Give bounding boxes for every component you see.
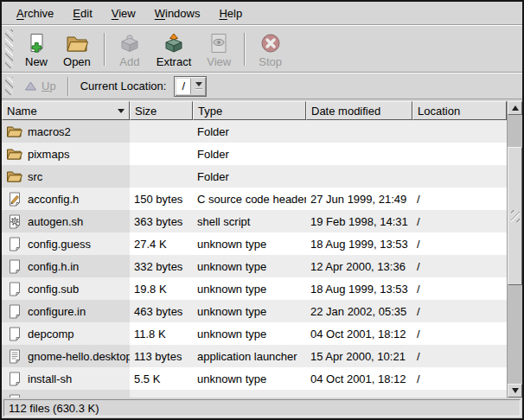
- toolbar-button-label: Stop: [259, 55, 282, 68]
- toolbar-button-label: Extract: [157, 55, 191, 68]
- column-header-label: Name: [7, 105, 37, 118]
- file-row-acconfig.h[interactable]: acconfig.h150 bytesC source code header2…: [2, 188, 507, 210]
- file-row-config.guess[interactable]: config.guess27.4 Kunknown type18 Aug 199…: [2, 232, 507, 255]
- column-header-label: Date modified: [311, 105, 380, 118]
- triangle-up-icon: [512, 105, 519, 111]
- file-name-label: macros2: [28, 125, 71, 138]
- file-location-cell: /: [412, 322, 507, 345]
- scroll-up-button[interactable]: [508, 101, 522, 115]
- folder-icon: [6, 169, 22, 184]
- file-type-cell: C source code header: [193, 188, 306, 210]
- menu-view[interactable]: View: [102, 3, 145, 24]
- file-type-cell: unknown type: [193, 232, 306, 255]
- view-button[interactable]: View: [199, 27, 239, 71]
- document-icon: [6, 326, 22, 341]
- file-row-partial[interactable]: [2, 390, 507, 398]
- location-bar-separator: [67, 77, 69, 96]
- file-row-macros2[interactable]: macros2Folder: [2, 120, 507, 143]
- menu-windows[interactable]: Windows: [145, 3, 210, 24]
- file-date-cell: 27 Jun 1999, 21:49: [306, 188, 412, 210]
- file-row-autogen.sh[interactable]: autogen.sh363 bytesshell script19 Feb 19…: [2, 210, 507, 232]
- file-name-cell: src: [2, 165, 130, 188]
- menu-edit[interactable]: Edit: [63, 3, 101, 24]
- open-archive-icon: [66, 32, 88, 54]
- file-size-cell: 19.8 K: [130, 277, 193, 300]
- menu-bar: ArchiveEditViewWindowsHelp: [2, 2, 522, 25]
- file-type-cell: Folder: [193, 165, 306, 188]
- file-row-src[interactable]: srcFolder: [2, 165, 507, 188]
- file-row-depcomp[interactable]: depcomp11.8 Kunknown type04 Oct 2001, 18…: [2, 322, 507, 345]
- file-name-label: acconfig.h: [28, 193, 79, 206]
- chevron-down-icon: [195, 82, 202, 86]
- file-row-config.h.in[interactable]: config.h.in332 bytesunknown type12 Apr 2…: [2, 255, 507, 277]
- file-name-cell: macros2: [2, 120, 130, 143]
- location-bar-drag-handle[interactable]: [5, 77, 13, 95]
- column-header-type[interactable]: Type: [193, 101, 306, 120]
- file-size-cell: 150 bytes: [130, 188, 193, 210]
- file-size-cell: 113 bytes: [130, 345, 193, 367]
- file-date-cell: [306, 120, 412, 143]
- file-list-area: NameSizeTypeDate modifiedLocation macros…: [2, 101, 522, 398]
- file-size-cell: 27.4 K: [130, 232, 193, 255]
- file-size-cell: 11.8 K: [130, 322, 193, 345]
- status-bar: 112 files (630.3 K): [3, 399, 521, 417]
- menu-help[interactable]: Help: [209, 3, 252, 24]
- file-name-cell: install-sh: [2, 367, 130, 390]
- new-button[interactable]: New: [17, 27, 55, 71]
- file-name-cell: acconfig.h: [2, 188, 130, 210]
- file-row-config.sub[interactable]: config.sub19.8 Kunknown type18 Aug 1999,…: [2, 277, 507, 300]
- open-button[interactable]: Open: [55, 27, 99, 71]
- file-size-cell: [130, 120, 193, 143]
- add-button[interactable]: Add: [111, 27, 149, 71]
- file-date-cell: 22 Jan 2002, 05:35: [306, 300, 412, 322]
- file-type-cell: unknown type: [193, 367, 306, 390]
- file-row-configure.in[interactable]: configure.in463 bytesunknown type22 Jan …: [2, 300, 507, 322]
- file-location-cell: /: [412, 210, 507, 232]
- menu-archive[interactable]: Archive: [7, 3, 63, 24]
- file-name-cell: autogen.sh: [2, 210, 130, 232]
- document-icon: [6, 393, 22, 398]
- file-location-cell: [412, 120, 507, 143]
- file-name-label: depcomp: [28, 328, 73, 340]
- column-header-size[interactable]: Size: [130, 101, 193, 120]
- document-icon: [6, 258, 22, 274]
- stop-button[interactable]: Stop: [251, 27, 290, 71]
- file-row-pixmaps[interactable]: pixmapsFolder: [2, 143, 507, 165]
- extract-button[interactable]: Extract: [149, 27, 199, 71]
- file-row-install-sh[interactable]: install-sh5.5 Kunknown type04 Oct 2001, …: [2, 367, 507, 390]
- file-row-gnome-hello.desktop[interactable]: gnome-hello.desktop113 bytesapplication …: [2, 345, 507, 367]
- scrollbar-thumb[interactable]: [508, 147, 522, 285]
- file-name-cell: configure.in: [2, 300, 130, 322]
- column-header-label: Type: [198, 105, 222, 118]
- file-name-label: configure.in: [28, 305, 86, 318]
- location-combo[interactable]: /: [174, 76, 207, 97]
- file-name-cell: config.h.in: [2, 255, 130, 277]
- toolbar-drag-handle[interactable]: [5, 29, 13, 68]
- scroll-down-button[interactable]: [508, 384, 522, 398]
- file-date-cell: 18 Aug 1999, 13:53: [306, 232, 412, 255]
- column-header-date-modified[interactable]: Date modified: [306, 101, 412, 120]
- column-header-location[interactable]: Location: [412, 101, 507, 120]
- file-size-cell: 363 bytes: [130, 210, 193, 232]
- file-type-cell: unknown type: [193, 300, 306, 322]
- location-bar: Up Current Location: /: [2, 73, 522, 99]
- shell-script-icon: [6, 213, 22, 229]
- file-date-cell: 18 Aug 1999, 13:53: [306, 277, 412, 300]
- up-button[interactable]: Up: [17, 77, 63, 95]
- file-date-cell: [306, 390, 412, 398]
- location-combo-dropdown[interactable]: [191, 77, 206, 96]
- toolbar-button-label: New: [25, 55, 48, 68]
- file-name-label: autogen.sh: [28, 215, 83, 228]
- file-location-cell: /: [412, 188, 507, 210]
- launcher-icon: [6, 348, 22, 364]
- toolbar-separator: [244, 33, 246, 66]
- file-name-cell: config.guess: [2, 232, 130, 255]
- file-date-cell: [306, 143, 412, 165]
- scrollbar-trough[interactable]: [508, 115, 522, 384]
- file-name-label: config.sub: [28, 283, 79, 296]
- file-name-cell: pixmaps: [2, 143, 130, 165]
- column-header-name[interactable]: Name: [2, 101, 130, 120]
- file-name-cell: gnome-hello.desktop: [2, 345, 130, 367]
- file-name-label: config.h.in: [28, 260, 79, 273]
- document-icon: [6, 303, 22, 319]
